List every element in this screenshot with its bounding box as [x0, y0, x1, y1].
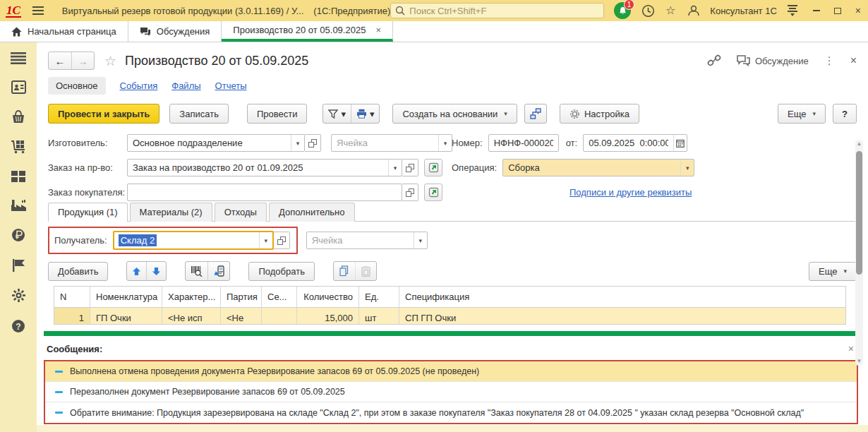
manufacturer-input[interactable]	[128, 135, 291, 151]
sidebar-money-ruble-icon[interactable]	[11, 228, 25, 242]
favorite-star-icon[interactable]: ☆	[104, 53, 116, 69]
scrollbar-thumb[interactable]	[856, 151, 862, 275]
recipient-field[interactable]: Склад 2 ▾	[113, 231, 274, 250]
main-menu-icon[interactable]	[32, 6, 44, 15]
search-input[interactable]	[409, 6, 599, 16]
cell-quantity[interactable]: 15,000	[297, 308, 359, 324]
table-row[interactable]: 1 ГП Очки <Не исп <Не 15,000 шт СП ГП Оч…	[54, 308, 845, 324]
calendar-icon[interactable]	[673, 135, 687, 151]
current-user[interactable]: Консультант 1С	[710, 6, 776, 16]
message-item[interactable]: Перезаполнен документ Резервирование зап…	[45, 382, 857, 402]
tab-materials[interactable]: Материалы (2)	[130, 203, 212, 222]
number-input[interactable]	[489, 135, 558, 151]
history-icon[interactable]	[641, 4, 655, 18]
favorites-star-icon[interactable]: ☆	[665, 5, 675, 16]
data-terminal-button[interactable]	[207, 262, 229, 280]
minimize-button[interactable]	[813, 10, 820, 11]
save-button[interactable]: Записать	[169, 104, 229, 124]
recipient-cell-input[interactable]	[307, 232, 414, 248]
move-down-button[interactable]	[146, 262, 166, 280]
table-more-button[interactable]: Еще▾	[809, 262, 857, 281]
cell-unit[interactable]: шт	[359, 308, 399, 324]
chevron-down-icon[interactable]: ▾	[259, 232, 272, 248]
post-and-close-button[interactable]: Провести и закрыть	[48, 104, 159, 124]
col-characteristic[interactable]: Характер...	[162, 287, 221, 308]
customer-order-field[interactable]	[127, 184, 402, 201]
chevron-down-icon[interactable]: ▾	[680, 160, 694, 176]
cell-series[interactable]	[262, 308, 297, 324]
col-nomenclature[interactable]: Номенклатура	[90, 287, 162, 308]
sidebar-help-icon[interactable]: ?	[11, 319, 25, 333]
open-recipient-icon[interactable]	[274, 232, 290, 249]
print-button[interactable]: ▾	[351, 104, 380, 123]
cell-nomenclature[interactable]: ГП Очки	[90, 308, 162, 324]
paste-rows-button[interactable]	[355, 262, 376, 280]
pick-button[interactable]: Подобрать	[248, 262, 314, 281]
link-icon[interactable]	[707, 54, 721, 67]
tab-products[interactable]: Продукция (1)	[48, 203, 128, 222]
move-up-button[interactable]	[127, 262, 146, 280]
tab-waste[interactable]: Отходы	[215, 203, 267, 222]
post-button[interactable]: Провести	[247, 104, 308, 124]
col-specification[interactable]: Спецификация	[399, 287, 845, 308]
create-based-on-button[interactable]: Создать на основании ▾	[392, 104, 517, 124]
add-row-button[interactable]: Добавить	[48, 262, 108, 281]
sidebar-contacts-icon[interactable]	[11, 80, 27, 94]
more-menu-icon[interactable]: ⋮	[824, 54, 835, 67]
date-field[interactable]	[583, 134, 687, 152]
manufacturer-field[interactable]: ▾	[127, 134, 305, 152]
close-tab-icon[interactable]: ×	[375, 25, 381, 35]
sidebar-menu-icon[interactable]	[11, 52, 26, 64]
customer-order-input[interactable]	[128, 184, 402, 200]
sidebar-sales-basket-icon[interactable]	[11, 110, 26, 124]
sidebar-settings-gear-icon[interactable]	[11, 288, 26, 303]
close-messages-icon[interactable]: ×	[848, 343, 854, 354]
fill-from-customer-order-button[interactable]	[424, 184, 442, 201]
barcode-scan-button[interactable]	[186, 262, 207, 280]
open-manufacturer-icon[interactable]	[305, 134, 321, 152]
more-button[interactable]: Еще▾	[778, 104, 826, 124]
chevron-down-icon[interactable]: ▾	[438, 135, 452, 151]
operation-field[interactable]: ▾	[502, 159, 694, 176]
chevron-down-icon[interactable]: ▾	[388, 160, 402, 176]
global-search[interactable]	[390, 3, 604, 18]
date-input[interactable]	[584, 135, 673, 151]
production-order-field[interactable]: ▾	[127, 159, 402, 176]
filter-button[interactable]: ▾	[323, 104, 351, 123]
cell-characteristic[interactable]: <Не исп	[162, 308, 221, 324]
col-batch[interactable]: Партия	[221, 287, 262, 308]
related-documents-button[interactable]	[525, 104, 546, 123]
open-customer-order-icon[interactable]	[402, 184, 418, 201]
message-item[interactable]: Обратите внимание: Продукция зарезервиро…	[45, 402, 857, 423]
sidebar-warehouse-icon[interactable]	[11, 170, 26, 183]
tab-home[interactable]: Начальная страница	[0, 21, 128, 42]
cell-field-1[interactable]: ▾	[331, 134, 452, 152]
chevron-down-icon[interactable]: ▾	[414, 232, 427, 248]
open-production-order-icon[interactable]	[402, 159, 418, 176]
col-series[interactable]: Се...	[262, 287, 297, 308]
user-icon[interactable]	[686, 4, 699, 17]
sidebar-flag-icon[interactable]	[12, 258, 25, 272]
notifications-button[interactable]: 1	[614, 2, 631, 19]
col-n[interactable]: N	[54, 287, 90, 308]
col-unit[interactable]: Ед.	[359, 287, 399, 308]
cell-batch[interactable]: <Не	[221, 308, 262, 324]
tab-additional[interactable]: Дополнительно	[269, 203, 355, 222]
forward-button[interactable]: →	[71, 52, 94, 69]
chevron-down-icon[interactable]: ▾	[291, 135, 304, 151]
cell-input-1[interactable]	[332, 135, 438, 151]
panel-splitter[interactable]	[44, 331, 860, 336]
operation-input[interactable]	[503, 160, 680, 176]
tab-discussions[interactable]: Обсуждения	[128, 21, 222, 42]
service-menu-icon[interactable]	[788, 5, 797, 16]
number-field[interactable]	[488, 134, 559, 152]
nav-events[interactable]: События	[120, 80, 158, 91]
settings-button[interactable]: Настройка	[560, 104, 639, 124]
scroll-down-icon[interactable]: ▼	[857, 357, 862, 366]
fill-from-production-order-button[interactable]	[424, 159, 442, 176]
tab-production-document[interactable]: Производство 20 от 05.09.2025 ×	[222, 21, 393, 42]
nav-reports[interactable]: Отчеты	[215, 80, 247, 91]
nav-files[interactable]: Файлы	[171, 80, 200, 91]
cell-n[interactable]: 1	[54, 308, 90, 324]
discussion-button[interactable]: Обсуждение	[737, 55, 809, 66]
